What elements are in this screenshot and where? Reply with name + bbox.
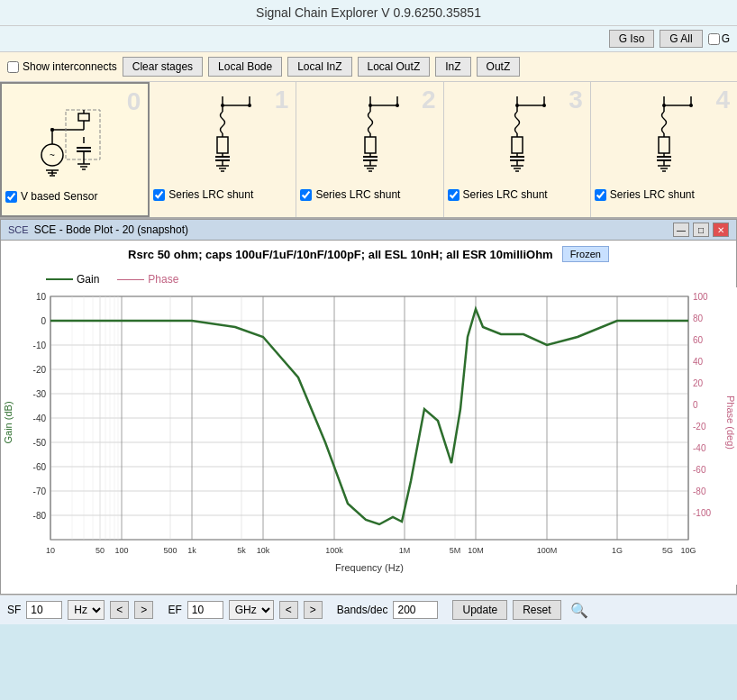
update-button[interactable]: Update — [452, 600, 507, 620]
ef-inc-button[interactable]: > — [304, 601, 323, 619]
stage-panel-0[interactable]: 0 ~ — [0, 82, 150, 217]
stage-label-0: V based Sensor — [5, 188, 144, 203]
svg-rect-72 — [659, 137, 669, 153]
stage-checkbox-0[interactable] — [5, 191, 17, 203]
stage-panel-2[interactable]: 2 Series LRC s — [296, 82, 443, 217]
stage-svg-4 — [628, 92, 700, 182]
chart-area: Gain Phase — [1, 268, 736, 594]
ef-input[interactable] — [187, 601, 223, 619]
reset-button[interactable]: Reset — [513, 600, 560, 620]
stage-schematic-3 — [448, 87, 587, 186]
bode-title-left: SCE SCE - Bode Plot - 20 (snapshot) — [8, 223, 188, 236]
g-checkbox[interactable] — [708, 33, 720, 45]
svg-text:100M: 100M — [537, 546, 558, 555]
svg-text:~: ~ — [50, 150, 55, 160]
local-outz-button[interactable]: Local OutZ — [358, 57, 431, 77]
stage-svg-0: ~ — [39, 94, 111, 184]
stage-label-3: Series LRC shunt — [448, 186, 587, 201]
stage-number-3: 3 — [569, 86, 583, 114]
svg-rect-11 — [78, 114, 89, 121]
stages-container: 0 ~ — [0, 82, 737, 219]
svg-text:100: 100 — [114, 546, 128, 555]
stage-label-2: Series LRC shunt — [300, 186, 439, 201]
minimize-button[interactable]: — — [673, 223, 689, 237]
svg-text:Gain (dB): Gain (dB) — [3, 401, 14, 443]
svg-text:5M: 5M — [450, 546, 461, 555]
stage-schematic-2 — [300, 87, 439, 186]
svg-rect-42 — [365, 137, 376, 153]
stage-text-4: Series LRC shunt — [610, 188, 695, 201]
legend-gain: Gain — [46, 273, 99, 286]
svg-text:5G: 5G — [662, 546, 673, 555]
sf-inc-button[interactable]: > — [134, 601, 153, 619]
svg-text:-50: -50 — [33, 438, 47, 448]
sf-input[interactable] — [26, 601, 62, 619]
legend-phase-label: Phase — [148, 273, 178, 286]
svg-text:10M: 10M — [468, 546, 484, 555]
svg-text:-40: -40 — [693, 443, 706, 453]
sce-icon: SCE — [8, 224, 29, 235]
ef-dec-button[interactable]: < — [279, 601, 298, 619]
svg-text:-80: -80 — [693, 486, 706, 496]
bottom-toolbar: SF Hz < > EF GHz < > Bands/dec Update Re… — [0, 595, 737, 624]
legend-phase: Phase — [117, 273, 178, 286]
svg-text:100k: 100k — [325, 546, 343, 555]
svg-text:80: 80 — [693, 314, 704, 323]
svg-text:50: 50 — [96, 546, 105, 555]
svg-text:10G: 10G — [680, 546, 696, 555]
svg-text:-20: -20 — [33, 365, 47, 375]
bands-input[interactable] — [393, 601, 438, 619]
svg-text:-100: -100 — [693, 508, 711, 518]
svg-text:20: 20 — [693, 378, 704, 388]
ef-unit-select[interactable]: GHz — [229, 600, 274, 620]
g-checkbox-label: G — [722, 32, 730, 45]
stage-checkbox-2[interactable] — [300, 189, 312, 201]
stage-svg-1 — [187, 92, 259, 182]
stage-text-0: V based Sensor — [21, 190, 97, 203]
g-all-button[interactable]: G All — [660, 30, 702, 48]
bode-header-text: Rsrc 50 ohm; caps 100uF/1uF/10nF/100pF; … — [128, 248, 553, 261]
local-bode-button[interactable]: Local Bode — [208, 57, 282, 77]
show-interconnects-label: Show interconnects — [23, 60, 117, 73]
svg-text:-80: -80 — [33, 511, 47, 521]
clear-stages-button[interactable]: Clear stages — [123, 57, 203, 77]
outz-button[interactable]: OutZ — [477, 57, 521, 77]
stage-label-4: Series LRC shunt — [595, 186, 733, 201]
svg-text:-20: -20 — [693, 422, 706, 432]
local-inz-button[interactable]: Local InZ — [287, 57, 351, 77]
svg-text:-30: -30 — [33, 389, 47, 399]
svg-rect-57 — [512, 137, 523, 153]
stage-svg-3 — [481, 92, 553, 182]
stage-checkbox-3[interactable] — [448, 189, 459, 201]
inz-button[interactable]: InZ — [435, 57, 470, 77]
app-title: Signal Chain Explorer V 0.9.6250.35851 — [256, 5, 481, 20]
svg-text:10: 10 — [36, 292, 47, 302]
stage-label-1: Series LRC shunt — [153, 186, 292, 201]
stage-schematic-4 — [595, 87, 733, 186]
stage-panel-4[interactable]: 4 Series LRC s — [591, 82, 737, 217]
stage-checkbox-4[interactable] — [595, 189, 606, 201]
show-interconnects-container: Show interconnects — [7, 60, 117, 73]
svg-text:10k: 10k — [257, 546, 270, 555]
sf-dec-button[interactable]: < — [110, 601, 129, 619]
g-iso-button[interactable]: G Iso — [609, 30, 655, 48]
frozen-badge: Frozen — [562, 246, 609, 262]
stage-panel-1[interactable]: 1 — [150, 82, 296, 217]
stage-checkbox-1[interactable] — [153, 189, 165, 201]
stage-text-1: Series LRC shunt — [168, 188, 253, 201]
legend-gain-label: Gain — [77, 273, 99, 286]
svg-text:60: 60 — [693, 335, 704, 345]
restore-button[interactable]: □ — [693, 223, 709, 237]
sf-unit-select[interactable]: Hz — [68, 600, 105, 620]
close-button[interactable]: ✕ — [713, 223, 729, 237]
top-toolbar: G Iso G All G — [0, 26, 737, 52]
sf-label: SF — [7, 604, 21, 616]
stage-number-0: 0 — [127, 87, 141, 116]
legend-gain-line — [46, 278, 73, 280]
bode-chart-svg: 10 0 -10 -20 -30 -40 -50 -60 -70 -80 100… — [1, 287, 737, 585]
stage-panel-3[interactable]: 3 Series LRC s — [444, 82, 591, 217]
stage-number-2: 2 — [422, 86, 436, 114]
stage-schematic-1 — [153, 87, 292, 186]
show-interconnects-checkbox[interactable] — [7, 61, 19, 73]
search-icon[interactable]: 🔍 — [570, 602, 588, 619]
